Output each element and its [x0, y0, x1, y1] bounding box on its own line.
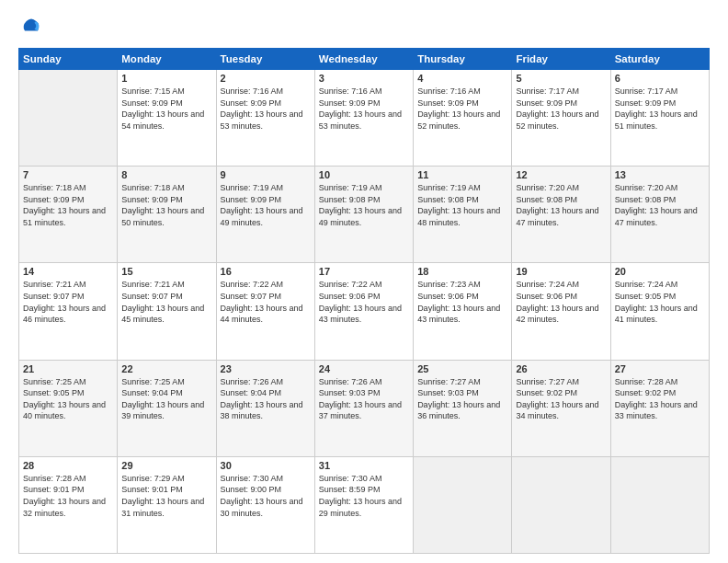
weekday-header-monday: Monday	[118, 49, 216, 70]
weekday-header-wednesday: Wednesday	[314, 49, 413, 70]
day-number: 3	[319, 73, 409, 84]
cell-info: Sunrise: 7:26 AMSunset: 9:03 PMDaylight:…	[319, 376, 409, 422]
cell-info: Sunrise: 7:16 AMSunset: 9:09 PMDaylight:…	[417, 86, 507, 132]
day-number: 10	[319, 169, 409, 180]
calendar-cell: 16Sunrise: 7:22 AMSunset: 9:07 PMDayligh…	[216, 263, 314, 360]
calendar-week-2: 14Sunrise: 7:21 AMSunset: 9:07 PMDayligh…	[19, 263, 710, 360]
calendar-cell: 6Sunrise: 7:17 AMSunset: 9:09 PMDaylight…	[610, 70, 709, 167]
cell-info: Sunrise: 7:22 AMSunset: 9:07 PMDaylight:…	[221, 279, 311, 325]
cell-info: Sunrise: 7:25 AMSunset: 9:04 PMDaylight:…	[121, 376, 211, 422]
calendar-cell: 29Sunrise: 7:29 AMSunset: 9:01 PMDayligh…	[118, 456, 216, 553]
day-number: 7	[23, 169, 113, 180]
cell-info: Sunrise: 7:15 AMSunset: 9:09 PMDaylight:…	[121, 86, 211, 132]
day-number: 19	[516, 266, 606, 277]
cell-info: Sunrise: 7:20 AMSunset: 9:08 PMDaylight:…	[516, 182, 606, 228]
calendar-cell: 26Sunrise: 7:27 AMSunset: 9:02 PMDayligh…	[512, 360, 610, 456]
calendar-body: 1Sunrise: 7:15 AMSunset: 9:09 PMDaylight…	[19, 70, 710, 554]
day-number: 21	[23, 363, 113, 374]
cell-info: Sunrise: 7:24 AMSunset: 9:05 PMDaylight:…	[615, 279, 705, 325]
weekday-row: SundayMondayTuesdayWednesdayThursdayFrid…	[19, 49, 710, 70]
calendar-cell: 17Sunrise: 7:22 AMSunset: 9:06 PMDayligh…	[314, 263, 413, 360]
day-number: 13	[615, 169, 705, 180]
calendar-cell: 11Sunrise: 7:19 AMSunset: 9:08 PMDayligh…	[414, 167, 512, 263]
calendar-cell: 19Sunrise: 7:24 AMSunset: 9:06 PMDayligh…	[512, 263, 610, 360]
weekday-header-friday: Friday	[512, 49, 610, 70]
day-number: 1	[121, 73, 211, 84]
calendar-cell: 31Sunrise: 7:30 AMSunset: 8:59 PMDayligh…	[314, 456, 413, 553]
day-number: 11	[417, 169, 507, 180]
cell-info: Sunrise: 7:24 AMSunset: 9:06 PMDaylight:…	[516, 279, 606, 325]
cell-info: Sunrise: 7:30 AMSunset: 9:00 PMDaylight:…	[221, 473, 311, 519]
cell-info: Sunrise: 7:19 AMSunset: 9:08 PMDaylight:…	[319, 182, 409, 228]
calendar-cell: 5Sunrise: 7:17 AMSunset: 9:09 PMDaylight…	[512, 70, 610, 167]
calendar-cell: 1Sunrise: 7:15 AMSunset: 9:09 PMDaylight…	[118, 70, 216, 167]
cell-info: Sunrise: 7:20 AMSunset: 9:08 PMDaylight:…	[615, 182, 705, 228]
calendar-cell: 4Sunrise: 7:16 AMSunset: 9:09 PMDaylight…	[414, 70, 512, 167]
calendar-week-3: 21Sunrise: 7:25 AMSunset: 9:05 PMDayligh…	[19, 360, 710, 456]
day-number: 8	[121, 169, 211, 180]
calendar-cell: 20Sunrise: 7:24 AMSunset: 9:05 PMDayligh…	[610, 263, 709, 360]
cell-info: Sunrise: 7:21 AMSunset: 9:07 PMDaylight:…	[121, 279, 211, 325]
cell-info: Sunrise: 7:22 AMSunset: 9:06 PMDaylight:…	[319, 279, 409, 325]
weekday-header-thursday: Thursday	[414, 49, 512, 70]
cell-info: Sunrise: 7:17 AMSunset: 9:09 PMDaylight:…	[516, 86, 606, 132]
cell-info: Sunrise: 7:26 AMSunset: 9:04 PMDaylight:…	[221, 376, 311, 422]
calendar-cell: 12Sunrise: 7:20 AMSunset: 9:08 PMDayligh…	[512, 167, 610, 263]
calendar-cell: 3Sunrise: 7:16 AMSunset: 9:09 PMDaylight…	[314, 70, 413, 167]
calendar-cell: 24Sunrise: 7:26 AMSunset: 9:03 PMDayligh…	[314, 360, 413, 456]
calendar-week-1: 7Sunrise: 7:18 AMSunset: 9:09 PMDaylight…	[19, 167, 710, 263]
day-number: 23	[221, 363, 311, 374]
day-number: 14	[23, 266, 113, 277]
page: SundayMondayTuesdayWednesdayThursdayFrid…	[0, 0, 728, 563]
calendar-cell	[414, 456, 512, 553]
cell-info: Sunrise: 7:30 AMSunset: 8:59 PMDaylight:…	[319, 473, 409, 519]
day-number: 31	[319, 460, 409, 471]
calendar-header: SundayMondayTuesdayWednesdayThursdayFrid…	[19, 49, 710, 70]
day-number: 26	[516, 363, 606, 374]
day-number: 27	[615, 363, 705, 374]
cell-info: Sunrise: 7:28 AMSunset: 9:02 PMDaylight:…	[615, 376, 705, 422]
day-number: 15	[121, 266, 211, 277]
calendar-week-0: 1Sunrise: 7:15 AMSunset: 9:09 PMDaylight…	[19, 70, 710, 167]
cell-info: Sunrise: 7:27 AMSunset: 9:03 PMDaylight:…	[417, 376, 507, 422]
day-number: 20	[615, 266, 705, 277]
day-number: 24	[319, 363, 409, 374]
day-number: 16	[221, 266, 311, 277]
day-number: 25	[417, 363, 507, 374]
day-number: 12	[516, 169, 606, 180]
cell-info: Sunrise: 7:21 AMSunset: 9:07 PMDaylight:…	[23, 279, 113, 325]
day-number: 17	[319, 266, 409, 277]
calendar-cell: 18Sunrise: 7:23 AMSunset: 9:06 PMDayligh…	[414, 263, 512, 360]
day-number: 29	[121, 460, 211, 471]
cell-info: Sunrise: 7:19 AMSunset: 9:09 PMDaylight:…	[221, 182, 311, 228]
calendar-cell	[610, 456, 709, 553]
day-number: 22	[121, 363, 211, 374]
calendar-cell: 23Sunrise: 7:26 AMSunset: 9:04 PMDayligh…	[216, 360, 314, 456]
calendar-cell: 27Sunrise: 7:28 AMSunset: 9:02 PMDayligh…	[610, 360, 709, 456]
calendar-cell: 22Sunrise: 7:25 AMSunset: 9:04 PMDayligh…	[118, 360, 216, 456]
cell-info: Sunrise: 7:19 AMSunset: 9:08 PMDaylight:…	[417, 182, 507, 228]
calendar-cell: 28Sunrise: 7:28 AMSunset: 9:01 PMDayligh…	[19, 456, 118, 553]
day-number: 5	[516, 73, 606, 84]
calendar-cell	[19, 70, 118, 167]
cell-info: Sunrise: 7:25 AMSunset: 9:05 PMDaylight:…	[23, 376, 113, 422]
cell-info: Sunrise: 7:17 AMSunset: 9:09 PMDaylight:…	[615, 86, 705, 132]
cell-info: Sunrise: 7:23 AMSunset: 9:06 PMDaylight:…	[417, 279, 507, 325]
calendar-cell: 13Sunrise: 7:20 AMSunset: 9:08 PMDayligh…	[610, 167, 709, 263]
cell-info: Sunrise: 7:18 AMSunset: 9:09 PMDaylight:…	[121, 182, 211, 228]
cell-info: Sunrise: 7:28 AMSunset: 9:01 PMDaylight:…	[23, 473, 113, 519]
calendar-cell: 7Sunrise: 7:18 AMSunset: 9:09 PMDaylight…	[19, 167, 118, 263]
weekday-header-sunday: Sunday	[19, 49, 118, 70]
weekday-header-tuesday: Tuesday	[216, 49, 314, 70]
calendar-cell	[512, 456, 610, 553]
cell-info: Sunrise: 7:29 AMSunset: 9:01 PMDaylight:…	[121, 473, 211, 519]
calendar-table: SundayMondayTuesdayWednesdayThursdayFrid…	[18, 48, 710, 554]
logo-icon	[18, 15, 44, 40]
calendar-week-4: 28Sunrise: 7:28 AMSunset: 9:01 PMDayligh…	[19, 456, 710, 553]
cell-info: Sunrise: 7:27 AMSunset: 9:02 PMDaylight:…	[516, 376, 606, 422]
day-number: 2	[221, 73, 311, 84]
calendar-cell: 14Sunrise: 7:21 AMSunset: 9:07 PMDayligh…	[19, 263, 118, 360]
cell-info: Sunrise: 7:16 AMSunset: 9:09 PMDaylight:…	[221, 86, 311, 132]
weekday-header-saturday: Saturday	[610, 49, 709, 70]
calendar-cell: 30Sunrise: 7:30 AMSunset: 9:00 PMDayligh…	[216, 456, 314, 553]
